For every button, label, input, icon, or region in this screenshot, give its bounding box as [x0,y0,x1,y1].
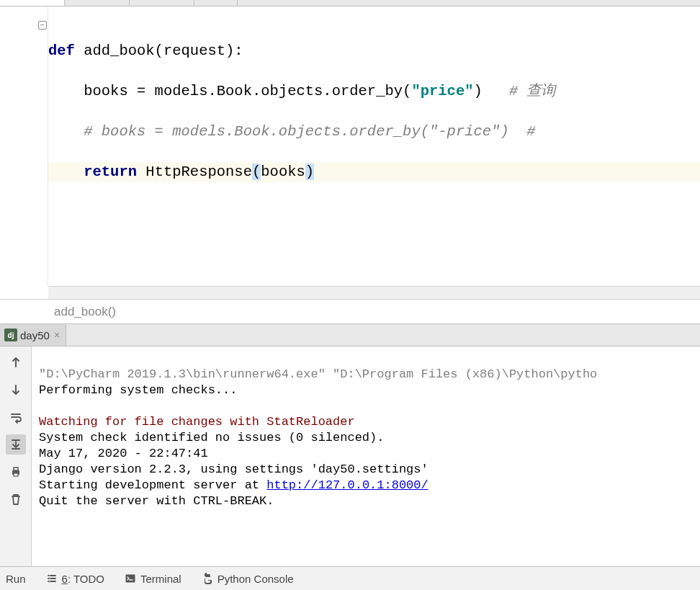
editor-tab[interactable] [65,0,130,6]
run-toolbar [0,347,32,566]
svg-rect-2 [14,473,18,476]
run-label: Run [6,573,26,585]
django-icon: dj [4,328,17,341]
run-tool-button[interactable]: Run [6,573,26,585]
code-comment: # books = models.Book.objects.order_by("… [48,123,544,140]
run-tab-row: dj day50 × [0,324,700,347]
console-line: May 17, 2020 - 22:47:41 [39,447,208,460]
svg-rect-1 [14,468,18,470]
todo-tool-button[interactable]: 6: TODO [46,573,104,585]
up-arrow-icon[interactable] [6,352,26,372]
server-url-link[interactable]: http://127.0.0.1:8000/ [266,478,428,492]
fold-toggle-icon[interactable]: − [38,21,47,30]
console-output[interactable]: "D:\PyCharm 2019.1.3\bin\runnerw64.exe" … [32,347,700,566]
run-tab-label: day50 [20,329,50,341]
console-line: Starting development server at [39,478,266,492]
soft-wrap-icon[interactable] [6,407,26,427]
code-text: HttpResponse [137,164,252,180]
terminal-tool-button[interactable]: Terminal [125,573,181,585]
editor-tab-active[interactable] [0,0,65,6]
svg-rect-3 [126,575,135,583]
code-text: books [261,164,305,180]
breadcrumb-bar[interactable]: add_book() [0,299,700,323]
code-editor[interactable]: − def add_book(request): books = models.… [0,6,700,286]
code-text: add_book(request): [75,43,243,59]
todo-label: 6: TODO [62,573,104,585]
list-icon [46,573,58,584]
console-line: Django version 2.2.3, using settings 'da… [39,462,428,476]
console-line: Quit the server with CTRL-BREAK. [39,494,274,508]
print-icon[interactable] [6,462,26,482]
run-config-tab[interactable]: dj day50 × [0,324,66,346]
keyword-return: return [84,164,137,180]
console-line: Watching for file changes with StatReloa… [39,415,355,429]
code-text: ) [474,83,509,99]
editor-tab[interactable] [194,0,238,6]
editor-gutter: − [0,6,48,286]
python-icon [202,573,213,584]
paren-highlight: ) [305,164,314,180]
breadcrumb-item[interactable]: add_book() [54,305,116,319]
console-line: System check identified no issues (0 sil… [39,431,384,444]
terminal-label: Terminal [140,573,181,585]
console-line: Performing system checks... [39,383,237,397]
string-literal: "price" [411,83,473,99]
editor-tab[interactable] [130,0,194,6]
trash-icon[interactable] [6,489,26,509]
code-area[interactable]: def add_book(request): books = models.Bo… [48,6,700,286]
python-console-tool-button[interactable]: Python Console [202,573,294,585]
horizontal-scrollbar[interactable] [48,286,700,299]
code-comment: # 查询 [509,83,556,99]
down-arrow-icon[interactable] [6,380,26,400]
scroll-to-end-icon[interactable] [6,434,26,455]
code-text: books = models.Book.objects.order_by( [48,83,411,99]
terminal-icon [125,573,136,584]
editor-tab-strip[interactable] [0,0,700,6]
close-icon[interactable]: × [53,329,60,341]
paren-highlight: ( [252,164,261,180]
keyword-def: def [48,43,75,59]
python-console-label: Python Console [217,573,294,585]
console-line: "D:\PyCharm 2019.1.3\bin\runnerw64.exe" … [39,367,597,381]
run-tool-window: dj day50 × [0,323,700,566]
status-bar: Run 6: TODO Terminal Python Console [0,566,700,590]
